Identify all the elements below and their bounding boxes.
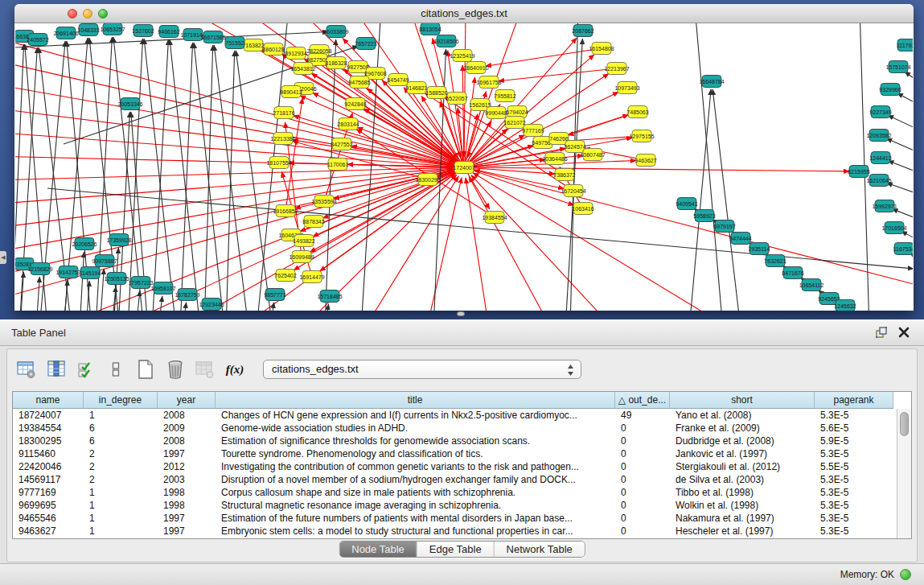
graph-node[interactable]: 16671585 — [200, 31, 225, 43]
graph-node[interactable]: 12923448 — [199, 299, 224, 311]
close-panel-icon[interactable] — [895, 324, 913, 340]
graph-node[interactable]: 10653257 — [100, 23, 125, 35]
table-cell[interactable]: 18724007 — [13, 409, 84, 422]
graph-node[interactable]: 16914479 — [299, 271, 324, 283]
graph-node[interactable]: 2803144 — [337, 118, 359, 130]
panel-collapse-handle[interactable]: ◀ — [0, 251, 6, 264]
graph-node[interactable]: 16648784 — [699, 76, 724, 88]
table-cell[interactable]: 6 — [84, 422, 158, 435]
network-canvas[interactable]: 1724007716382288601288912934282260589827… — [15, 23, 913, 311]
table-cell[interactable]: 5.6E-5 — [815, 422, 893, 435]
table-cell[interactable]: Structural magnetic resonance image aver… — [216, 499, 615, 512]
graph-node[interactable]: 18300295 — [415, 174, 440, 186]
table-row[interactable]: 911546021997Tourette syndrome. Phenomeno… — [13, 447, 911, 460]
graph-node[interactable]: 9146821 — [405, 82, 427, 94]
graph-node[interactable]: 16099489 — [289, 251, 314, 263]
table-scrollbar[interactable] — [897, 409, 911, 538]
network-window-titlebar[interactable]: citations_edges.txt — [14, 4, 914, 23]
function-builder-icon[interactable]: f(x) — [224, 358, 246, 381]
graph-node[interactable]: 8912934 — [285, 47, 306, 60]
table-cell[interactable]: 0 — [615, 473, 670, 486]
table-cell[interactable]: Hescheler et al. (1997) — [670, 525, 815, 538]
graph-node[interactable]: 1493822 — [293, 235, 314, 247]
table-cell[interactable]: Changes of HCN gene expression and I(f) … — [216, 409, 615, 422]
network-file-select[interactable]: citations_edges.txt — [263, 360, 581, 379]
graph-node[interactable]: 12213967 — [604, 63, 629, 75]
graph-node[interactable]: 9857771 — [264, 289, 285, 301]
table-cell[interactable]: 9115460 — [13, 447, 84, 460]
graph-node[interactable]: 6522057 — [446, 93, 467, 105]
graph-node[interactable]: 7386372 — [553, 169, 575, 181]
graph-node[interactable]: 13535594 — [311, 196, 336, 208]
graph-node[interactable]: 18640910 — [463, 62, 488, 74]
table-cell[interactable]: 1998 — [158, 499, 216, 512]
graph-node[interactable]: 15751074 — [885, 61, 910, 73]
create-table-icon[interactable] — [134, 358, 157, 381]
graph-node[interactable]: 16543812 — [290, 63, 315, 75]
table-cell[interactable]: 2009 — [158, 422, 216, 435]
graph-node[interactable]: 15992971 — [872, 200, 897, 212]
graph-node[interactable]: 16961758 — [476, 76, 501, 89]
table-cell[interactable]: 1997 — [158, 447, 216, 460]
graph-node[interactable]: 9409541 — [676, 198, 697, 210]
graph-node[interactable]: 20053346 — [117, 98, 142, 110]
graph-node[interactable]: 10973493 — [614, 82, 639, 94]
column-header-name[interactable]: name — [13, 392, 84, 409]
table-cell[interactable]: 0 — [615, 525, 670, 538]
graph-node[interactable]: 7955812 — [494, 90, 515, 102]
table-cell[interactable]: 5.3E-5 — [815, 512, 893, 525]
graph-node[interactable]: 16782759 — [175, 289, 199, 301]
graph-node[interactable]: 2718176 — [273, 107, 294, 119]
graph-node[interactable]: 17359928 — [106, 234, 131, 246]
show-columns-icon[interactable] — [45, 358, 68, 381]
table-cell[interactable]: 9699695 — [13, 499, 84, 512]
column-header-short[interactable]: short — [670, 392, 815, 409]
graph-node[interactable]: 12975155 — [629, 130, 654, 142]
table-cell[interactable]: Disruption of a novel member of a sodium… — [216, 473, 615, 486]
column-header-in_degree[interactable]: in_degree — [84, 392, 158, 409]
table-cell[interactable]: 19384554 — [13, 422, 84, 435]
tab-edge-table[interactable]: Edge Table — [417, 542, 494, 557]
table-cell[interactable]: 2012 — [158, 460, 216, 473]
graph-node[interactable]: 8215955 — [848, 166, 869, 178]
graph-node[interactable]: 16154808 — [589, 43, 614, 55]
graph-node[interactable]: 10807487 — [580, 149, 605, 161]
graph-node[interactable]: 9466162 — [158, 26, 179, 38]
graph-node[interactable]: 19166852 — [273, 205, 298, 217]
graph-node[interactable]: 19218506 — [433, 35, 458, 47]
table-cell[interactable]: 18300295 — [13, 435, 84, 447]
graph-node[interactable]: 12325419 — [450, 50, 474, 62]
graph-node[interactable]: 8471676 — [782, 267, 803, 279]
graph-node[interactable]: 1527602 — [132, 25, 154, 37]
column-header-out_de[interactable]: △ out_de... — [615, 392, 670, 409]
graph-node[interactable]: 10654112 — [799, 279, 824, 291]
table-cell[interactable]: 2008 — [158, 409, 216, 422]
graph-node[interactable]: 17016504 — [881, 222, 906, 234]
graph-node[interactable]: 12213386 — [270, 133, 295, 145]
graph-node[interactable]: 2087662 — [572, 25, 593, 37]
table-cell[interactable]: Genome-wide association studies in ADHD. — [216, 422, 615, 435]
table-cell[interactable]: 5.5E-5 — [815, 460, 893, 473]
table-row[interactable]: 1872400712008Changes of HCN gene express… — [13, 409, 911, 422]
graph-node[interactable]: 8186328 — [325, 57, 347, 69]
table-cell[interactable]: Estimation of the future numbers of pati… — [216, 512, 615, 525]
table-cell[interactable]: Wolkin et al. (1998) — [670, 499, 815, 512]
table-cell[interactable]: 0 — [615, 499, 670, 512]
graph-node[interactable]: 1063416 — [572, 203, 593, 215]
table-cell[interactable]: 1 — [84, 525, 158, 538]
table-row[interactable]: 1830029562008Estimation of significance … — [13, 435, 911, 447]
table-cell[interactable]: 5.3E-5 — [815, 525, 893, 538]
table-cell[interactable]: 2008 — [158, 435, 216, 447]
graph-node[interactable]: 3624574 — [564, 141, 585, 153]
graph-node[interactable]: 1117934 — [897, 39, 913, 51]
graph-node[interactable]: 12093582 — [866, 130, 891, 142]
graph-node[interactable]: 8878342 — [302, 216, 324, 228]
graph-node[interactable]: 9474444 — [729, 233, 751, 245]
graph-node[interactable]: 7485063 — [626, 106, 648, 118]
table-row[interactable]: 977716911998Corpus callosum shape and si… — [13, 486, 911, 499]
float-panel-icon[interactable] — [873, 324, 890, 340]
graph-node[interactable]: 7163822 — [242, 39, 264, 51]
graph-node[interactable]: 1048333 — [77, 24, 99, 36]
graph-node[interactable]: 18107554 — [266, 157, 291, 169]
table-cell[interactable]: Embryonic stem cells: a model to study s… — [216, 525, 615, 538]
